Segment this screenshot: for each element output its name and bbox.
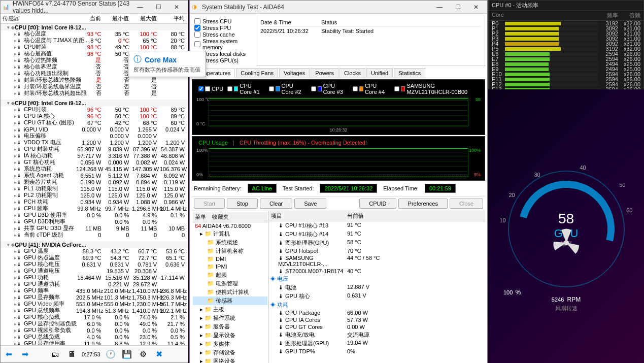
status-datetime: 2022/5/21 10:26:32	[260, 28, 321, 34]
gauge-value: 58	[558, 211, 574, 227]
ac-pill: AC Line	[248, 184, 277, 193]
tree-item[interactable]: 📁 传感器	[193, 296, 267, 305]
tree-item[interactable]: ▸ 📁 服务器	[193, 322, 267, 331]
aida-detail[interactable]: 项目 当前值 🌡 CPU #1/核心 #1391 °C🌡 CPU #1/核心 #…	[269, 211, 485, 363]
stop-button[interactable]: Stop	[227, 199, 258, 209]
close-tool-button[interactable]: ✖	[153, 348, 165, 360]
status-value: Stability Test: Started	[321, 28, 374, 34]
tree-root[interactable]: 64 AIDA64 v6.70.6000	[193, 222, 267, 229]
minimize-button[interactable]: —	[430, 1, 449, 14]
detail-row[interactable]: 🌡 SAMSUNG MZVL21T0HCLR-...44 °C / 58 °C	[269, 254, 485, 268]
temperature-graph: CPUCPU Core #1CPU Core #2CPU Core #3CPU …	[192, 79, 485, 135]
save-button[interactable]: 💾	[121, 348, 133, 360]
clock-icon: 🕐	[105, 348, 117, 360]
test-started-pill: 2022/5/21 10:26:32	[320, 184, 377, 193]
sensor-row[interactable]: ▸🌡当前 cTDP 级别0000	[1, 232, 188, 238]
aida-tab[interactable]: Cooling Fans	[236, 68, 278, 78]
status-hdr-status: Status	[321, 19, 337, 25]
tree-item[interactable]: 📁 IPMI	[193, 263, 267, 271]
detail-row[interactable]: 🌡 CPU Package66.00 W	[269, 309, 485, 316]
sensor-row[interactable]: ▸🌡封装/环形总线功耗超出限否否是	[1, 90, 188, 96]
close-button[interactable]: ✕	[467, 1, 485, 14]
hwinfo-titlebar[interactable]: 📊 HWiNFO64 v7.24-4770 Sensor Status [243…	[1, 1, 188, 14]
fan-gauge-panel: 10 20 30 40 50 60 58 GPU 温度 100 % 5246 R…	[488, 89, 644, 363]
detail-row[interactable]: 🌡 CPU GT Cores0.00 W	[269, 323, 485, 331]
sensor-row[interactable]: ▸🌡CPU GT 核心 (图形)67 °C42 °C68 °C60 °C	[1, 119, 188, 126]
tree-item[interactable]: 📁 电源管理	[193, 279, 267, 288]
detail-row[interactable]: 🌡 图形处理器(GPU)58 °C	[269, 239, 485, 247]
tree-item[interactable]: ▸ 📁 计算机	[193, 229, 267, 238]
close-button[interactable]: Close	[450, 199, 483, 209]
tree-item[interactable]: ▸ 📁 主板	[193, 305, 267, 314]
maximize-button[interactable]: ☐	[149, 1, 167, 14]
back-button[interactable]: ⬅	[3, 348, 15, 360]
aida-tab[interactable]: Powers	[311, 68, 338, 78]
usage-graph: CPU Usage | CPU Throttling (max: 16%) - …	[192, 136, 485, 181]
hwinfo-icon: 📊	[3, 4, 10, 11]
tree-item[interactable]: 📁 超频	[193, 271, 267, 279]
tree-item[interactable]: 📁 计算机名称	[193, 247, 267, 255]
tool-button-2[interactable]: 🖥	[65, 348, 78, 360]
stress-check[interactable]: Stress system memory	[194, 38, 250, 50]
cpu-panel-title: CPU #0 - 活动频率	[489, 1, 643, 11]
detail-row[interactable]: ◈ 电压	[269, 275, 485, 283]
stress-check[interactable]: Stress FPU	[194, 25, 250, 31]
save-button[interactable]: Save	[294, 199, 326, 209]
stress-check[interactable]: Stress CPU	[194, 18, 250, 24]
hwinfo-clock: 0:27:53	[82, 351, 100, 357]
elapsed-pill: 00:21:59	[425, 184, 456, 193]
detail-row[interactable]: 🌡 CPU IA Cores57.73 W	[269, 316, 485, 323]
hwinfo-title: HWiNFO64 v7.24-4770 Sensor Status [243 v…	[13, 0, 131, 14]
tool-button-1[interactable]: 🗂	[49, 348, 61, 360]
aida-tab[interactable]: Statistics	[394, 68, 425, 78]
aida-tab[interactable]: Voltages	[279, 68, 310, 78]
sensor-row[interactable]: ▸🌡GPU 显存使用率11.9 %8.8 %12.9 %11.4 %	[1, 340, 188, 345]
svg-point-0	[564, 240, 569, 245]
tooltip-sub: 所有数字热传感器的最高值	[133, 66, 200, 74]
detail-row[interactable]: 🌡 GPU Hotspot70 °C	[269, 247, 485, 254]
detail-row[interactable]: 🌡 GPU TDP%0%	[269, 348, 485, 355]
detail-row[interactable]: ◈ 功耗	[269, 301, 485, 309]
tree-item[interactable]: 📁 系统概述	[193, 238, 267, 247]
aida-titlebar[interactable]: ◑ System Stability Test - AIDA64 — ☐ ✕	[190, 1, 487, 14]
detail-row[interactable]: 🌡 ST2000LM007-1R817440 °C	[269, 268, 485, 275]
aida-window: ◑ System Stability Test - AIDA64 — ☐ ✕ S…	[189, 0, 488, 363]
hwinfo-toolbar: ⬅ ➡ 🗂 🖥 0:27:53 🕐 💾 ⚙ ✖	[1, 345, 188, 362]
aida-title: System Stability Test - AIDA64	[202, 4, 430, 11]
tree-item[interactable]: ▸ 📁 操作系统	[193, 314, 267, 322]
detail-row[interactable]: 🌡 电池12.887 V	[269, 283, 485, 292]
tree-item[interactable]: ▸ 📁 存储设备	[193, 348, 267, 357]
tree-item[interactable]: 📁 DMI	[193, 255, 267, 263]
aida-tree[interactable]: 菜单 收藏夹 64 AIDA64 v6.70.6000 ▸ 📁 计算机📁 系统概…	[192, 211, 269, 363]
start-button[interactable]: Start	[194, 199, 225, 209]
tree-item[interactable]: ▸ 📁 显示设备	[193, 331, 267, 340]
info-icon: ⓘ	[133, 54, 142, 65]
detail-row[interactable]: 🌡 CPU #1/核心 #1491 °C	[269, 230, 485, 239]
forward-button[interactable]: ➡	[19, 348, 31, 360]
maximize-button[interactable]: ☐	[449, 1, 467, 14]
aida-tab[interactable]: Clocks	[340, 68, 365, 78]
detail-row[interactable]: 🌡 CPU #1/核心 #1391 °C	[269, 221, 485, 230]
status-box: Date & Time Status 2022/5/21 10:26:32 St…	[257, 16, 485, 66]
aida-tab[interactable]: Unified	[366, 68, 393, 78]
clear-button[interactable]: Clear	[260, 199, 292, 209]
cpuid-button[interactable]: CPUID	[359, 199, 396, 209]
detail-row[interactable]: 🌡 图形处理器(GPU)19.04 W	[269, 339, 485, 348]
fan-gauge: 10 20 30 40 50 60 58 GPU 温度	[508, 171, 625, 287]
minimize-button[interactable]: —	[131, 1, 149, 14]
tree-item[interactable]: 📁 便携式计算机	[193, 288, 267, 296]
aida-tabs: TemperaturesCooling FansVoltagesPowersCl…	[192, 68, 485, 78]
tree-item[interactable]: ▸ 📁 网络设备	[193, 357, 267, 363]
cpu-activity-panel: CPU #0 - 活动频率 Core 频率 倍频 P03192x32.00P13…	[488, 0, 644, 89]
tree-item[interactable]: ▸ 📁 多媒体	[193, 340, 267, 348]
hwinfo-column-header: 传感器 当前 最小值 最大值 平均	[1, 14, 188, 24]
status-hdr-datetime: Date & Time	[260, 19, 321, 25]
detail-row[interactable]: 🌡 电池充/放电交流电源	[269, 331, 485, 339]
info-bar: Remaining Battery: AC Line Test Started:…	[192, 181, 485, 196]
preferences-button[interactable]: Preferences	[398, 199, 448, 209]
stress-check[interactable]: Stress cache	[194, 31, 250, 38]
close-button[interactable]: ✕	[167, 1, 186, 14]
settings-button[interactable]: ⚙	[137, 348, 149, 360]
detail-row[interactable]: 🌡 GPU 核心0.631 V	[269, 292, 485, 301]
fan-icon	[551, 227, 582, 258]
